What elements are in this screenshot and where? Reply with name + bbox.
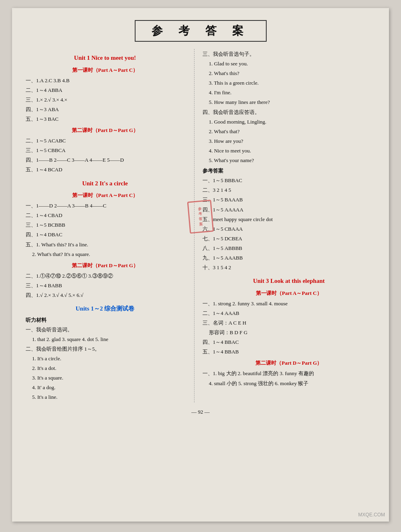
cankao-item-9: 十、3 1 5 4 2	[201, 263, 377, 272]
title-section: 参 考 答 案	[24, 20, 377, 42]
unit1-title: Unit 1 Nice to meet you!	[24, 53, 186, 63]
cankao-item-1: 二、3 2 1 4 5	[201, 186, 377, 195]
unit3-title: Unit 3 Look at this elephant	[201, 276, 377, 286]
title-border: 参 考 答 案	[135, 20, 267, 42]
unit2-p1-item-5: 2. What's that? It's a square.	[24, 250, 186, 259]
unit1-p2-item-2: 四、1——B 2——C 3——A 4——E 5——D	[24, 156, 186, 164]
unit2-p2-item-0: 二、1.①④⑦⑩ 2.②⑤⑥① 3.③⑧⑨②	[24, 272, 186, 280]
units12-title: Units 1～2 综合测试卷	[24, 304, 186, 314]
unit2-p1-item-3: 四、1～4 DBAC	[24, 230, 186, 239]
tingli-item-2: 二、我会听音给图片排序 1～5。	[24, 345, 186, 353]
unit2-p1-item-0: 一、1——D 2——A 3——B 4——C	[24, 201, 186, 210]
unit2-part1-title: 第一课时（Part A～Part C）	[24, 191, 186, 200]
unit2-p2-item-1: 三、1～4 BABB	[24, 281, 186, 290]
tingli-item-3: 1. It's a circle.	[24, 354, 186, 363]
san-item-11: 5. What's your name?	[201, 156, 377, 165]
watermark: MXQE.COM	[358, 512, 385, 518]
unit1-part2-title: 第二课时（Part D～Part G）	[24, 126, 186, 135]
cankao-item-5: 六、1～5 CBAAA	[201, 225, 377, 234]
tingli-item-7: 5. It's a line.	[24, 393, 186, 402]
san-item-9: 3. How are you?	[201, 137, 377, 146]
unit1-p1-item-0: 一、1.A 2.C 3.B 4.B	[24, 76, 186, 85]
unit2-p2-item-2: 四、1.√ 2.× 3.√ 4.√ 5.× 6.√	[24, 291, 186, 300]
unit1-p1-item-1: 二、1～4 ABBA	[24, 86, 186, 95]
tingli-item-1: 1. that 2. glad 3. square 4. dot 5. line	[24, 335, 186, 344]
stamp-text: 参考答案	[198, 207, 203, 227]
left-column: Unit 1 Nice to meet you! 第一课时（Part A～Par…	[24, 49, 186, 402]
unit1-p2-item-1: 三、1～5 CBBCA	[24, 146, 186, 155]
san-item-7: 1. Good morning, Lingling.	[201, 118, 377, 126]
unit2-p1-item-4: 五、1. What's this? It's a line.	[24, 240, 186, 249]
cankao-item-3: 四、1～5 AAAAA	[201, 205, 377, 214]
unit3-p1-item-2: 三、名词：A C E H	[201, 319, 377, 327]
stamp: 参考答案	[187, 200, 214, 234]
cankao-item-8: 九、1～5 AAABB	[201, 254, 377, 262]
unit1-p1-item-2: 三、1.× 2.√ 3.× 4.×	[24, 95, 186, 104]
unit3-p1-item-1: 二、1～4 AAAB	[201, 309, 377, 318]
unit3-p1-item-5: 五、1～4 BBAB	[201, 347, 377, 356]
unit1-p1-item-3: 四、1～3 ABA	[24, 105, 186, 114]
san-item-6: 四、我会听音选应答语。	[201, 108, 377, 117]
page-number: — 92 —	[24, 409, 377, 415]
unit3-p1-item-4: 四、1～4 BBAC	[201, 338, 377, 347]
san-item-4: 4. I'm fine.	[201, 88, 377, 97]
tingli-item-0: 一、我会听音选词。	[24, 325, 186, 334]
san-item-5: 5. How many lines are there?	[201, 98, 377, 107]
tingli-title: 听力材料	[24, 316, 186, 325]
unit3-p2-item-0: 一、1. big 大的 2. beautiful 漂亮的 3. funny 有趣…	[201, 369, 377, 378]
san-item-1: 1. Glad to see you.	[201, 59, 377, 68]
unit3-p2-item-1: 4. small 小的 5. strong 强壮的 6. monkey 猴子	[201, 379, 377, 388]
cankao-item-2: 三、1～5 BAAAB	[201, 195, 377, 204]
tingli-item-4: 2. It's a dot.	[24, 364, 186, 373]
cankao-item-6: 七、1～5 DCBEA	[201, 234, 377, 243]
tingli-item-6: 4. It' a dog.	[24, 383, 186, 392]
unit2-part2-title: 第二课时（Part D～Part G）	[24, 261, 186, 270]
right-column: 三、我会听音选句子。 1. Glad to see you. 2. What's…	[194, 49, 377, 402]
san-item-10: 4. Nice to meet you.	[201, 146, 377, 155]
unit3-part2-title: 第二课时（Part D～Part G）	[201, 359, 377, 368]
unit1-p1-item-4: 五、1～3 BAC	[24, 115, 186, 124]
san-item-3: 3. This is a green circle.	[201, 79, 377, 87]
page: 参 考 答 案 Unit 1 Nice to meet you! 第一课时（Pa…	[12, 8, 389, 522]
san-item-8: 2. What's that?	[201, 127, 377, 136]
cankao-item-7: 八、1～5 ABBBB	[201, 244, 377, 253]
page-title: 参 考 答 案	[152, 24, 250, 37]
san-item-0: 三、我会听音选句子。	[201, 50, 377, 59]
unit2-p1-item-1: 二、1～4 CBAD	[24, 211, 186, 220]
san-item-2: 2. What's this?	[201, 69, 377, 78]
unit3-p1-item-0: 一、1. strong 2. funny 3. small 4. mouse	[201, 299, 377, 308]
cankao-item-0: 一、1～5 BBBAC	[201, 176, 377, 185]
unit1-p2-item-3: 五、1～4 BCAD	[24, 165, 186, 174]
unit2-title: Unit 2 It's a circle	[24, 179, 186, 189]
unit3-p1-item-3: 形容词：B D F G	[201, 328, 377, 337]
tingli-item-5: 3. It's a square.	[24, 374, 186, 382]
cankao-item-4: 五、meet happy square circle dot	[201, 215, 377, 224]
cankao-title: 参考答案	[201, 167, 377, 175]
unit1-part1-title: 第一课时（Part A～Part C）	[24, 66, 186, 75]
unit3-part1-title: 第一课时（Part A～Part C）	[201, 289, 377, 298]
unit1-p2-item-0: 二、1～5 ACABC	[24, 136, 186, 145]
unit2-p1-item-2: 三、1～5 BCBBB	[24, 221, 186, 229]
